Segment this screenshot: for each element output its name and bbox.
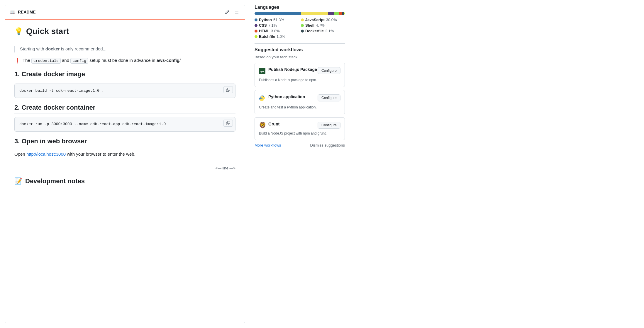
workflow-card-grunt-header: 🦁 Grunt Configure xyxy=(259,122,340,129)
languages-section: Languages Python 51.3% xyxy=(255,5,345,39)
languages-grid: Python 51.3% JavaScript 30.0% CSS 7.1% S… xyxy=(255,18,345,39)
quick-start-emoji: 💡 xyxy=(14,27,23,35)
section-heading-2: 2. Create docker container xyxy=(14,104,235,113)
code-block-1: docker build -t cdk-react-image:1.0 . xyxy=(14,84,235,98)
sidebar-footer: More workflows Dismiss suggestions xyxy=(255,143,345,147)
workflow-python-info: Python application xyxy=(259,94,305,103)
sidebar-divider xyxy=(255,43,345,44)
workflow-card-nodejs-header: npm Publish Node.js Package Configure xyxy=(259,67,340,75)
lang-dot-python xyxy=(255,18,257,21)
blockquote-text: Starting with docker is only recommended… xyxy=(20,46,235,52)
lang-name-shell: Shell xyxy=(305,23,314,28)
configure-python-button[interactable]: Configure xyxy=(318,94,340,101)
lang-item-javascript: JavaScript 30.0% xyxy=(301,18,345,22)
lang-pct-python: 51.3% xyxy=(273,18,284,22)
lang-item-html: HTML 3.8% xyxy=(255,29,299,33)
lang-name-dockerfile: Dockerfile xyxy=(305,29,324,33)
right-sidebar: Languages Python 51.3% xyxy=(250,0,350,328)
quick-start-section: 💡 Quick start xyxy=(14,27,235,36)
lang-bar-html xyxy=(339,12,342,15)
lang-dot-html xyxy=(255,30,257,33)
lang-name-batchfile: Batchfile xyxy=(259,34,275,39)
workflow-grunt-name: Grunt xyxy=(268,122,279,126)
blockquote-note: Starting with docker is only recommended… xyxy=(14,46,235,52)
code-block-2: docker run -p 3000:3000 --name cdk-react… xyxy=(14,117,235,132)
workflow-nodejs-info: npm Publish Node.js Package xyxy=(259,67,317,75)
lang-pct-batchfile: 1.0% xyxy=(277,34,285,39)
lang-name-html: HTML xyxy=(259,29,270,33)
book-icon: 📖 xyxy=(10,9,16,15)
readme-header: 📖 README xyxy=(5,5,245,20)
section-heading-1: 1. Create docker image xyxy=(14,70,235,80)
warning-line: ❗ The credentials and config setup must … xyxy=(14,57,235,64)
dev-notes-emoji: 📝 xyxy=(14,177,22,185)
toc-button[interactable] xyxy=(233,9,240,16)
lang-item-batchfile: Batchfile 1.0% xyxy=(255,34,299,39)
workflow-python-description: Create and test a Python application. xyxy=(259,105,340,110)
workflow-grunt-info: 🦁 Grunt xyxy=(259,122,279,129)
lang-dot-css xyxy=(255,24,257,27)
configure-grunt-button[interactable]: Configure xyxy=(318,122,340,129)
open-browser-text: Open http://localhost:3000 with your bro… xyxy=(14,151,235,158)
python-icon xyxy=(259,95,265,103)
readme-title-area: 📖 README xyxy=(10,9,36,15)
suggested-workflows-section: Suggested workflows Based on your tech s… xyxy=(255,47,345,147)
languages-title: Languages xyxy=(255,5,345,10)
lang-item-python: Python 51.3% xyxy=(255,18,299,22)
readme-actions xyxy=(224,9,240,16)
lang-dot-shell xyxy=(301,24,304,27)
lang-bar-javascript xyxy=(301,12,328,15)
lang-name-javascript: JavaScript xyxy=(305,18,325,22)
workflow-card-python: Python application Configure Create and … xyxy=(255,90,345,114)
lang-bar-python xyxy=(255,12,301,15)
lang-item-shell: Shell 4.7% xyxy=(301,23,345,28)
warning-emoji: ❗ xyxy=(14,57,20,64)
dev-notes-section: 📝 Development notes xyxy=(14,177,235,185)
lang-bar-shell xyxy=(334,12,338,15)
svg-text:npm: npm xyxy=(260,70,264,73)
nodejs-icon: npm xyxy=(259,68,265,75)
config-code: config xyxy=(70,58,88,64)
localhost-link[interactable]: http://localhost:3000 xyxy=(26,152,66,157)
warning-text: The credentials and config setup must be… xyxy=(23,57,181,64)
lang-dot-dockerfile xyxy=(301,30,304,33)
suggested-workflows-title: Suggested workflows xyxy=(255,47,345,52)
readme-title: README xyxy=(18,10,36,14)
line-indicator: <— line —> xyxy=(14,164,235,173)
lang-dot-javascript xyxy=(301,18,304,21)
workflow-grunt-description: Build a NodeJS project with npm and grun… xyxy=(259,131,340,136)
lang-pct-javascript: 30.0% xyxy=(326,18,337,22)
lang-pct-html: 3.8% xyxy=(271,29,280,33)
more-workflows-link[interactable]: More workflows xyxy=(255,143,281,147)
credentials-code: credentials xyxy=(31,58,61,64)
lang-name-css: CSS xyxy=(259,23,267,28)
aws-config-path: aws-config/ xyxy=(157,58,181,63)
lang-bar-batchfile xyxy=(344,12,345,15)
lang-pct-shell: 4.7% xyxy=(316,23,325,28)
lang-item-dockerfile: Dockerfile 2.1% xyxy=(301,29,345,33)
lang-bar-css xyxy=(328,12,334,15)
dev-notes-heading: Development notes xyxy=(25,177,85,185)
readme-panel: 📖 README 💡 Quick xyxy=(5,5,245,323)
quick-start-heading: Quick start xyxy=(26,27,69,36)
copy-button-1[interactable] xyxy=(223,86,233,93)
code-content-1: docker build -t cdk-react-image:1.0 . xyxy=(15,84,235,98)
lang-pct-css: 7.1% xyxy=(268,23,277,28)
lang-item-css: CSS 7.1% xyxy=(255,23,299,28)
languages-bar xyxy=(255,12,345,15)
workflow-nodejs-description: Publishes a Node.js package to npm. xyxy=(259,78,340,83)
edit-readme-button[interactable] xyxy=(224,9,231,16)
section-heading-3: 3. Open in web browser xyxy=(14,137,235,147)
workflow-python-name: Python application xyxy=(268,94,305,99)
section-divider-1 xyxy=(14,41,235,41)
copy-button-2[interactable] xyxy=(223,120,233,127)
workflow-nodejs-name: Publish Node.js Package xyxy=(268,67,317,72)
workflow-card-nodejs: npm Publish Node.js Package Configure Pu… xyxy=(255,63,345,87)
suggested-workflows-subtitle: Based on your tech stack xyxy=(255,55,345,59)
configure-nodejs-button[interactable]: Configure xyxy=(318,67,340,74)
workflow-card-grunt: 🦁 Grunt Configure Build a NodeJS project… xyxy=(255,117,345,140)
dismiss-suggestions-link[interactable]: Dismiss suggestions xyxy=(310,143,345,147)
grunt-icon: 🦁 xyxy=(259,122,265,129)
code-content-2: docker run -p 3000:3000 --name cdk-react… xyxy=(15,117,235,131)
lang-name-python: Python xyxy=(259,18,272,22)
